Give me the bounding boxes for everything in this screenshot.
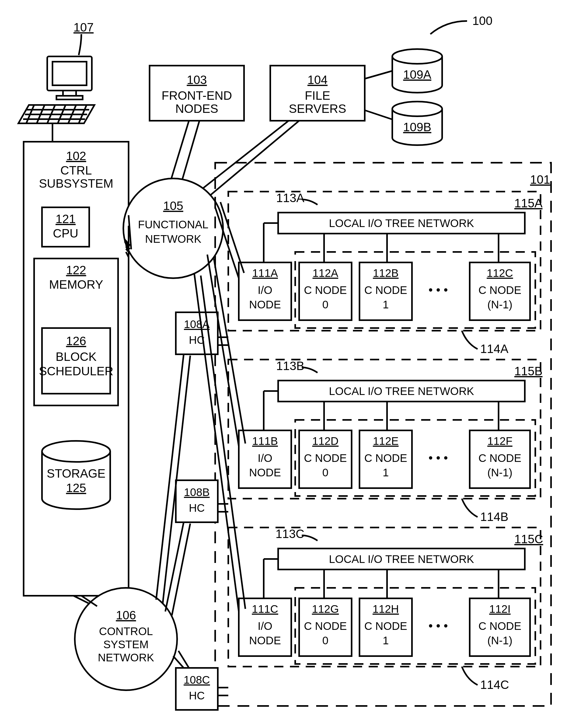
svg-text:122: 122 [66,263,86,277]
svg-text:C NODE: C NODE [364,284,407,296]
svg-text:0: 0 [322,466,328,479]
svg-text:• • •: • • • [429,451,448,465]
svg-text:(N-1): (N-1) [487,298,512,311]
svg-point-20 [42,441,110,462]
svg-text:114B: 114B [480,510,508,524]
frontend-nodes: 103 FRONT-END NODES [150,66,244,184]
svg-text:109A: 109A [403,68,431,81]
svg-text:0: 0 [322,298,328,311]
node-112b: 112B C NODE 1 [359,262,412,320]
svg-text:125: 125 [66,481,86,495]
svg-text:HC: HC [189,502,205,514]
svg-text:C NODE: C NODE [304,620,347,632]
svg-text:FUNCTIONAL: FUNCTIONAL [138,218,208,231]
svg-text:C NODE: C NODE [478,452,521,464]
svg-text:CONTROL: CONTROL [99,625,153,637]
svg-text:STORAGE: STORAGE [47,467,105,480]
svg-text:C NODE: C NODE [478,284,521,296]
svg-text:100: 100 [472,14,493,28]
svg-text:LOCAL I/O TREE NETWORK: LOCAL I/O TREE NETWORK [329,217,474,229]
node-111a: 111A I/O NODE [239,262,291,320]
svg-text:I/O: I/O [258,284,272,296]
svg-text:105: 105 [163,199,183,213]
svg-text:102: 102 [66,149,86,163]
ellipsis: • • • [429,283,448,297]
svg-text:111A: 111A [252,267,278,279]
svg-text:NODE: NODE [249,298,281,311]
svg-text:107: 107 [73,20,94,34]
svg-text:SERVERS: SERVERS [289,102,346,115]
hc-108c: 108C HC [176,668,218,710]
disk-109b: 109B [365,102,442,145]
svg-text:C NODE: C NODE [364,452,407,464]
svg-text:LOCAL I/O TREE NETWORK: LOCAL I/O TREE NETWORK [329,385,474,397]
svg-text:112E: 112E [373,435,399,447]
svg-text:113C: 113C [276,527,304,541]
ctrl-subsystem: 102 CTRL SUBSYSTEM 121 CPU 122 MEMORY 12… [24,142,129,596]
svg-text:CTRL: CTRL [60,163,92,177]
svg-rect-4 [56,96,83,99]
svg-text:112G: 112G [312,603,339,615]
svg-text:I/O: I/O [258,452,272,464]
svg-text:SYSTEM: SYSTEM [103,638,149,651]
pset-115a: 115A 113A LOCAL I/O TREE NETWORK 111A I/… [228,191,543,356]
svg-text:113A: 113A [276,191,305,205]
svg-text:1: 1 [383,634,389,647]
terminal-icon: 107 [18,20,94,142]
svg-text:C NODE: C NODE [478,620,521,632]
svg-text:112D: 112D [312,435,338,447]
svg-text:103: 103 [187,73,207,87]
svg-text:126: 126 [66,334,86,348]
svg-text:104: 104 [308,73,328,87]
svg-text:C NODE: C NODE [364,620,407,632]
svg-point-31 [392,49,442,64]
svg-text:0: 0 [322,634,328,647]
svg-text:114A: 114A [480,342,509,356]
svg-rect-2 [52,62,87,85]
svg-text:112F: 112F [487,435,512,447]
svg-text:(N-1): (N-1) [487,634,512,647]
svg-text:SCHEDULER: SCHEDULER [39,364,113,378]
svg-text:109B: 109B [403,120,431,134]
svg-text:112C: 112C [487,267,513,279]
svg-text:115C: 115C [514,532,543,546]
svg-text:SUBSYSTEM: SUBSYSTEM [39,177,113,190]
svg-text:108C: 108C [184,674,210,686]
pset-115c: 115C 113C LOCAL I/O TREE NETWORK 111C I/… [228,527,543,692]
system-diagram: 100 107 102 CTRL SUBSYSTEM 121 CPU 122 M… [0,0,566,728]
svg-text:NETWORK: NETWORK [145,233,202,245]
svg-text:FRONT-END: FRONT-END [162,89,232,102]
svg-text:FILE: FILE [305,89,330,102]
control-system-network: 106 CONTROL SYSTEM NETWORK [75,588,177,690]
svg-text:C NODE: C NODE [304,452,347,464]
svg-text:111C: 111C [252,603,278,615]
svg-text:112H: 112H [373,603,399,615]
svg-text:108A: 108A [184,318,210,330]
hc-108b: 108B HC [176,480,218,522]
svg-text:113B: 113B [276,359,304,373]
ref-101: 101 [530,173,550,186]
svg-text:121: 121 [56,212,76,226]
fig-100-label: 100 [430,14,493,34]
svg-text:BLOCK: BLOCK [56,350,97,363]
svg-text:115A: 115A [514,196,543,210]
svg-text:108B: 108B [184,486,210,498]
svg-text:NODES: NODES [175,102,218,115]
svg-text:NODE: NODE [249,466,281,479]
svg-text:(N-1): (N-1) [487,466,512,479]
svg-point-33 [392,102,442,116]
node-112c: 112C C NODE (N-1) [470,262,530,320]
svg-text:CPU: CPU [53,226,78,240]
svg-text:C NODE: C NODE [304,284,347,296]
svg-text:HC: HC [189,689,205,702]
svg-text:111B: 111B [252,435,278,447]
disk-109a: 109A [365,49,442,93]
svg-text:I/O: I/O [258,620,272,632]
svg-text:112I: 112I [489,603,511,615]
svg-text:MEMORY: MEMORY [49,278,103,291]
svg-text:• • •: • • • [429,619,448,632]
svg-text:106: 106 [116,608,136,622]
pset-115b: 115B 113B LOCAL I/O TREE NETWORK 111B I/… [228,359,542,524]
svg-text:NETWORK: NETWORK [98,651,154,664]
svg-text:LOCAL I/O TREE NETWORK: LOCAL I/O TREE NETWORK [329,553,474,565]
